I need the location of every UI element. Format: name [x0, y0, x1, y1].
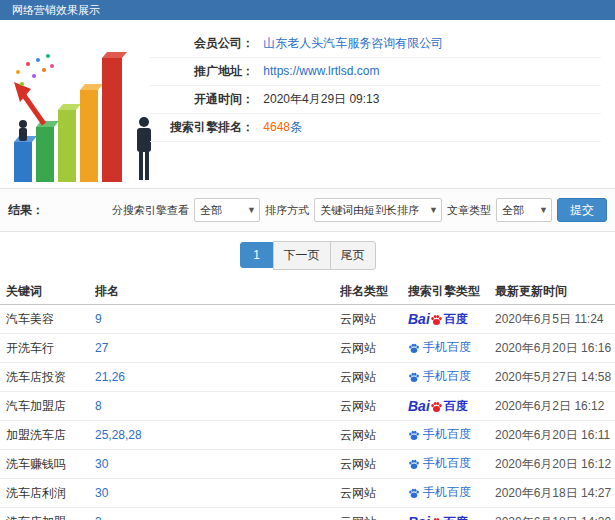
table-header: 关键词 排名 排名类型 搜索引擎类型 最新更新时间 [0, 278, 615, 305]
keyword-cell: 洗车店利润 [6, 485, 95, 502]
keyword-cell: 洗车店投资 [6, 369, 95, 386]
chevron-down-icon: ▼ [247, 205, 256, 215]
paw-icon [430, 313, 443, 326]
rank-type-cell: 云网站 [340, 311, 408, 328]
table-row: 开洗车行27云网站手机百度2020年6月20日 16:16 [0, 334, 615, 363]
result-section-label: 结果： [8, 202, 44, 219]
engine-type-cell: 手机百度 [408, 455, 495, 473]
update-time-cell: 2020年5月27日 14:58 [495, 369, 615, 386]
engine-type-cell: Bai百度 [408, 514, 495, 520]
pagination: 1下一页尾页 [0, 232, 615, 278]
table-row: 洗车店利润30云网站手机百度2020年6月18日 14:27 [0, 479, 615, 508]
update-time-cell: 2020年6月5日 11:24 [495, 311, 615, 328]
rank-link[interactable]: 30 [95, 486, 340, 500]
update-time-cell: 2020年6月18日 14:30 [495, 514, 615, 520]
rank-type-cell: 云网站 [340, 514, 408, 520]
keyword-cell: 汽车美容 [6, 311, 95, 328]
paw-icon [408, 458, 420, 470]
engine-type-cell: Bai百度 [408, 311, 495, 328]
table-row: 洗车赚钱吗30云网站手机百度2020年6月20日 16:12 [0, 450, 615, 479]
sort-select-value: 关键词由短到长排序 [320, 203, 419, 218]
promo-url-link[interactable]: https://www.lrtlsd.com [263, 64, 379, 78]
paw-icon [408, 371, 420, 383]
page-last[interactable]: 尾页 [330, 241, 376, 270]
page: 网络营销效果展示 [0, 0, 615, 520]
rank-type-cell: 云网站 [340, 456, 408, 473]
mobile-baidu-logo: 手机百度 [408, 339, 471, 356]
paw-icon [408, 342, 420, 354]
rank-link[interactable]: 9 [95, 312, 340, 326]
keyword-cell: 洗车店加盟 [6, 514, 95, 520]
chevron-down-icon: ▼ [429, 205, 438, 215]
bars [14, 52, 127, 182]
company-label: 会员公司： [150, 30, 254, 57]
sort-select[interactable]: 关键词由短到长排序 ▼ [314, 198, 442, 222]
header-update-time: 最新更新时间 [495, 283, 615, 300]
type-select[interactable]: 全部 ▼ [496, 198, 552, 222]
keyword-cell: 加盟洗车店 [6, 427, 95, 444]
open-time-label: 开通时间： [150, 86, 254, 113]
info-row-url: 推广地址： https://www.lrtlsd.com [150, 58, 601, 86]
open-time-value: 2020年4月29日 09:13 [263, 92, 379, 106]
header-keyword: 关键词 [6, 283, 95, 300]
mobile-baidu-logo: 手机百度 [408, 368, 471, 385]
rank-link[interactable]: 3 [95, 515, 340, 520]
update-time-cell: 2020年6月20日 16:12 [495, 456, 615, 473]
person-on-bar-icon [19, 120, 27, 141]
top-section: 会员公司： 山东老人头汽车服务咨询有限公司 推广地址： https://www.… [0, 20, 615, 188]
results-table: 关键词 排名 排名类型 搜索引擎类型 最新更新时间 汽车美容9云网站Bai百度2… [0, 278, 615, 520]
rank-type-cell: 云网站 [340, 427, 408, 444]
update-time-cell: 2020年6月20日 16:16 [495, 340, 615, 357]
keyword-cell: 开洗车行 [6, 340, 95, 357]
businessman-icon [137, 117, 151, 180]
filters: 分搜索引擎查看 全部 ▼ 排序方式 关键词由短到长排序 ▼ 文章类型 全部 ▼ … [112, 198, 607, 222]
info-row-rank-count: 搜索引擎排名： 4648条 [150, 114, 601, 142]
company-link[interactable]: 山东老人头汽车服务咨询有限公司 [263, 36, 443, 50]
table-row: 汽车加盟店8云网站Bai百度2020年6月2日 16:12 [0, 392, 615, 421]
rank-count-suffix: 条 [290, 120, 302, 134]
engine-type-cell: Bai百度 [408, 398, 495, 415]
info-panel: 会员公司： 山东老人头汽车服务咨询有限公司 推广地址： https://www.… [150, 30, 601, 142]
paw-icon [430, 400, 443, 413]
table-row: 洗车店投资21,26云网站手机百度2020年5月27日 14:58 [0, 363, 615, 392]
baidu-logo: Bai百度 [408, 514, 468, 520]
update-time-cell: 2020年6月2日 16:12 [495, 398, 615, 415]
mobile-baidu-logo: 手机百度 [408, 484, 471, 501]
paw-icon [430, 516, 443, 520]
table-row: 汽车美容9云网站Bai百度2020年6月5日 11:24 [0, 305, 615, 334]
info-row-company: 会员公司： 山东老人头汽车服务咨询有限公司 [150, 30, 601, 58]
mobile-baidu-logo: 手机百度 [408, 455, 471, 472]
page-title: 网络营销效果展示 [12, 4, 100, 16]
baidu-logo: Bai百度 [408, 398, 468, 415]
submit-button[interactable]: 提交 [557, 198, 607, 222]
rank-link[interactable]: 25,28,28 [95, 428, 340, 442]
paw-icon [408, 487, 420, 499]
rank-type-cell: 云网站 [340, 340, 408, 357]
page-current[interactable]: 1 [240, 242, 274, 268]
info-row-opened: 开通时间： 2020年4月29日 09:13 [150, 86, 601, 114]
header-rank-type: 排名类型 [340, 283, 408, 300]
promo-url-label: 推广地址： [150, 58, 254, 85]
chevron-down-icon: ▼ [539, 205, 548, 215]
keyword-cell: 洗车赚钱吗 [6, 456, 95, 473]
page-next[interactable]: 下一页 [273, 241, 331, 270]
update-time-cell: 2020年6月18日 14:27 [495, 485, 615, 502]
filter-strip: 结果： 分搜索引擎查看 全部 ▼ 排序方式 关键词由短到长排序 ▼ 文章类型 全… [0, 188, 615, 232]
type-select-value: 全部 [502, 203, 524, 218]
rank-link[interactable]: 8 [95, 399, 340, 413]
sort-filter-label: 排序方式 [265, 203, 309, 218]
paw-icon [408, 429, 420, 441]
rank-link[interactable]: 30 [95, 457, 340, 471]
rank-link[interactable]: 21,26 [95, 370, 340, 384]
engine-select[interactable]: 全部 ▼ [194, 198, 260, 222]
engine-filter-label: 分搜索引擎查看 [112, 203, 189, 218]
growth-arrow-icon [14, 82, 44, 124]
rank-count-label: 搜索引擎排名： [150, 114, 254, 141]
bar-chart-illustration [6, 28, 166, 182]
type-filter-label: 文章类型 [447, 203, 491, 218]
rank-type-cell: 云网站 [340, 398, 408, 415]
rank-count-value: 4648 [263, 120, 290, 134]
rank-link[interactable]: 27 [95, 341, 340, 355]
table-row: 加盟洗车店25,28,28云网站手机百度2020年6月20日 16:11 [0, 421, 615, 450]
engine-type-cell: 手机百度 [408, 426, 495, 444]
